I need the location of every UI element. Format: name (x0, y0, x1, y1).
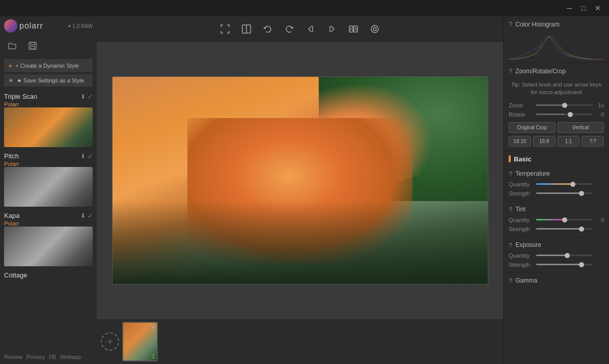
tint-strength-bg (536, 228, 593, 230)
original-crop-button[interactable]: Original Crop (509, 122, 556, 133)
style-thumbnail-kapa[interactable] (4, 227, 93, 266)
tint-quantity-filled (536, 219, 565, 220)
ratio-custom-button[interactable]: ?:? (582, 136, 604, 147)
check-icon-kapa[interactable]: ✓ (88, 212, 93, 219)
exposure-quantity-label: Quantity (509, 253, 533, 259)
download-icon-kapa[interactable]: ⬇ (80, 212, 86, 219)
zoom-filled (536, 104, 565, 106)
exposure-quantity-knob[interactable] (565, 253, 570, 258)
svg-point-11 (371, 25, 378, 33)
exposure-title: Exposure (515, 241, 541, 248)
gamma-help-icon[interactable]: ? (509, 277, 512, 285)
style-item-pitch: Pitch ⬇ ✓ Polarr (0, 149, 97, 209)
thumb-image-kapa (4, 227, 93, 266)
footer-webapp-link[interactable]: Webapp (60, 354, 81, 360)
tint-strength-knob[interactable] (579, 227, 584, 232)
temperature-help-icon[interactable]: ? (509, 170, 512, 178)
svg-rect-1 (31, 42, 35, 45)
exposure-strength-bg (536, 264, 593, 265)
exposure-strength-row: Strength (504, 260, 609, 269)
svg-rect-2 (31, 46, 35, 49)
tint-quantity-track (536, 216, 593, 223)
right-panel: ? Color Histogram ? Zoom/Rotate/Crop (503, 16, 609, 364)
save-settings-style-button[interactable]: ★ ★ Save Settings as a Style (4, 74, 93, 87)
footer-privacy-link[interactable]: Privacy (26, 354, 45, 360)
ratio-16-9-button[interactable]: 16:9 (533, 136, 556, 147)
ratio-16-10-button[interactable]: 16:10 (509, 136, 531, 147)
rotate-filled (536, 114, 565, 115)
title-bar: ─ □ ✕ (0, 0, 609, 16)
logo-icon (4, 19, 17, 33)
fullscreen-button[interactable] (216, 20, 234, 38)
tint-quantity-knob[interactable] (562, 217, 567, 222)
plus-icon: + (8, 62, 12, 70)
style-source-pitch: Polarr (4, 161, 93, 167)
temperature-strength-label: Strength (509, 190, 533, 197)
compare-button[interactable] (344, 20, 363, 38)
save-file-button[interactable] (24, 38, 41, 54)
temperature-quantity-knob[interactable] (570, 182, 575, 187)
rotate-slider-row: Rotate 0 (504, 110, 609, 119)
tint-help-icon[interactable]: ? (509, 206, 512, 213)
histogram-title: Color Histogram (515, 21, 560, 28)
app-body: polarr ✦ 1.0 RAW + + Create a Dynamic St… (0, 16, 609, 364)
rotate-label: Rotate (509, 111, 533, 118)
gamma-title: Gamma (515, 277, 537, 284)
exposure-strength-label: Strength (509, 262, 533, 268)
zoom-knob[interactable] (562, 103, 567, 108)
style-name-triple-scan: Triple Scan (4, 93, 37, 100)
exposure-strength-knob[interactable] (579, 262, 584, 267)
undo-button[interactable] (259, 20, 277, 38)
histogram-help-icon[interactable]: ? (509, 20, 512, 28)
download-icon[interactable]: ⬇ (80, 93, 86, 100)
tint-quantity-label: Quantity (509, 217, 533, 223)
footer-review-link[interactable]: Review (4, 354, 22, 360)
minimize-button[interactable]: ─ (562, 1, 576, 15)
exposure-help-icon[interactable]: ? (509, 241, 512, 249)
style-name-pitch: Pitch (4, 152, 19, 160)
tint-quantity-bg (536, 219, 593, 220)
filmstrip-item[interactable]: ✕ 1 (122, 322, 158, 361)
style-item-triple-scan: Triple Scan ⬇ ✓ Polarr (0, 90, 97, 149)
temperature-title: Temperature (515, 170, 549, 177)
maximize-button[interactable]: □ (576, 1, 591, 15)
tint-strength-track (536, 226, 593, 233)
view-toggle-button[interactable] (237, 20, 256, 38)
temperature-quantity-filled (536, 183, 573, 185)
redo-button[interactable] (280, 20, 298, 38)
raw-badge: ✦ 1.0 RAW (67, 23, 93, 29)
footer-fb-link[interactable]: FB (49, 354, 56, 360)
next-button[interactable] (323, 20, 341, 38)
temperature-strength-track (536, 190, 593, 197)
exposure-section: ? Exposure Quantity Strength (504, 237, 609, 273)
zoom-slider-row: Zoom 1x (504, 101, 609, 110)
check-icon-pitch[interactable]: ✓ (88, 153, 93, 160)
download-icon-pitch[interactable]: ⬇ (80, 153, 86, 160)
prev-button[interactable] (301, 20, 320, 38)
histogram-section: ? Color Histogram (504, 16, 609, 63)
style-thumbnail-pitch[interactable] (4, 167, 93, 207)
add-photo-button[interactable]: + (101, 332, 119, 351)
rotate-value: 0 (596, 111, 604, 118)
temperature-strength-knob[interactable] (579, 191, 584, 196)
bg-dark (113, 201, 488, 284)
filmstrip-delete-icon[interactable]: ✕ (151, 324, 156, 331)
close-button[interactable]: ✕ (591, 1, 605, 15)
open-file-button[interactable] (4, 38, 20, 54)
ratio-1-1-button[interactable]: 1:1 (558, 136, 580, 147)
rotate-knob[interactable] (568, 112, 573, 117)
exposure-quantity-row: Quantity (504, 251, 609, 260)
vertical-crop-button[interactable]: Vertical (558, 122, 604, 133)
check-icon[interactable]: ✓ (88, 93, 93, 100)
style-thumbnail-triple-scan[interactable] (4, 107, 93, 147)
sidebar: polarr ✦ 1.0 RAW + + Create a Dynamic St… (0, 16, 97, 364)
zoom-help-icon[interactable]: ? (509, 67, 512, 75)
exposure-strength-filled (536, 264, 582, 265)
tint-title: Tint (515, 206, 525, 213)
rotate-bg (536, 114, 593, 115)
preview-button[interactable] (366, 20, 384, 38)
style-source-triple-scan: Polarr (4, 101, 93, 107)
temperature-section: ? Temperature Quantity Strength (504, 166, 609, 202)
style-name-cottage: Cottage (4, 271, 27, 279)
create-dynamic-style-button[interactable]: + + Create a Dynamic Style (4, 59, 93, 72)
